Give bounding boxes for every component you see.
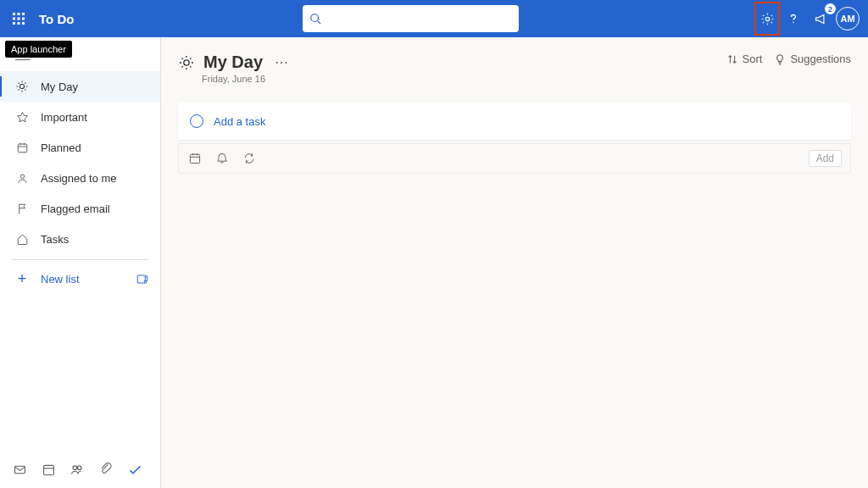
header-actions: 2 AM [754,0,863,37]
nav-label: Flagged email [41,202,110,215]
account-avatar[interactable]: AM [836,7,860,30]
search-input[interactable] [328,5,519,32]
add-button[interactable]: Add [809,150,842,167]
svg-rect-0 [13,13,15,15]
sort-button[interactable]: Sort [726,53,763,65]
nav-important[interactable]: Important [0,102,160,132]
new-list-label: New list [41,273,80,286]
people-app-icon[interactable] [63,455,92,484]
nav-label: Planned [41,141,81,154]
help-icon [787,12,800,25]
help-button[interactable] [780,5,807,32]
sort-icon [726,53,738,65]
nav-assigned[interactable]: Assigned to me [0,163,160,193]
notification-badge: 2 [825,3,836,14]
nav-my-day[interactable]: My Day [0,71,160,102]
todo-app-icon[interactable] [120,455,149,484]
repeat-icon[interactable] [242,151,257,166]
svg-line-10 [318,21,321,25]
add-task-row[interactable]: Add a task [178,103,851,140]
add-task-toolbar: Add [178,143,851,174]
svg-rect-1 [18,13,20,15]
suggestions-label: Suggestions [790,53,851,65]
nav-label: Tasks [41,233,69,246]
waffle-icon [12,12,25,25]
main-header: My Day ⋯ Friday, June 16 Sort Suggestion… [178,53,851,84]
plus-icon: + [15,270,29,288]
sort-label: Sort [743,53,763,65]
svg-rect-8 [22,22,25,25]
home-icon [15,232,29,246]
sun-icon [15,80,29,93]
person-icon [15,171,29,185]
svg-rect-5 [22,18,25,20]
search-icon [303,13,328,25]
task-circle-icon [190,114,203,128]
nav-label: Important [41,111,87,124]
reminder-icon[interactable] [214,151,230,166]
svg-point-13 [19,84,24,88]
lightbulb-icon [774,53,786,65]
nav-label: Assigned to me [41,172,117,185]
svg-rect-2 [22,13,25,15]
add-task-placeholder: Add a task [214,115,265,128]
settings-button[interactable] [754,2,780,36]
search-box[interactable] [303,5,519,32]
nav-planned[interactable]: Planned [0,132,160,163]
svg-rect-21 [14,466,25,474]
sidebar: App launcher My Day Important Pl [0,37,161,488]
gear-icon [760,12,775,26]
svg-rect-4 [18,18,20,20]
main-panel: My Day ⋯ Friday, June 16 Sort Suggestion… [161,37,868,488]
files-app-icon[interactable] [92,455,120,484]
svg-point-26 [184,59,189,64]
nav-list: My Day Important Planned Assigned to me [0,71,160,254]
svg-point-12 [793,22,794,24]
svg-rect-3 [13,18,15,20]
list-options-button[interactable]: ⋯ [271,54,292,70]
page-title: My Day [203,53,263,72]
svg-point-18 [20,175,25,179]
svg-rect-27 [190,154,199,163]
nav-label: My Day [41,80,78,93]
megaphone-icon [814,12,828,26]
mail-app-icon[interactable] [5,455,34,484]
sidebar-bottom-apps [0,451,160,488]
due-date-icon[interactable] [187,151,203,166]
calendar-app-icon[interactable] [34,455,63,484]
svg-rect-22 [43,465,53,474]
megaphone-button[interactable]: 2 [807,5,834,32]
new-group-icon[interactable] [136,273,148,286]
new-list-button[interactable]: + New list [0,262,160,296]
svg-point-11 [765,17,769,20]
svg-point-25 [77,466,81,470]
sidebar-divider [12,259,148,260]
svg-rect-19 [137,275,145,283]
svg-point-9 [311,14,319,22]
app-title[interactable]: To Do [39,12,74,26]
svg-point-24 [73,466,77,470]
page-date: Friday, June 16 [202,74,292,84]
svg-rect-14 [18,144,27,152]
nav-tasks[interactable]: Tasks [0,224,160,254]
app-launcher-tooltip: App launcher [5,41,72,58]
app-launcher-button[interactable] [0,0,37,37]
page-sun-icon [178,54,195,71]
calendar-icon [15,141,29,154]
suggestions-button[interactable]: Suggestions [774,53,851,65]
svg-rect-7 [18,22,20,25]
nav-flagged[interactable]: Flagged email [0,193,160,224]
app-header: To Do 2 AM [0,0,868,37]
star-icon [15,110,29,124]
flag-icon [15,202,29,215]
svg-rect-6 [13,22,15,25]
